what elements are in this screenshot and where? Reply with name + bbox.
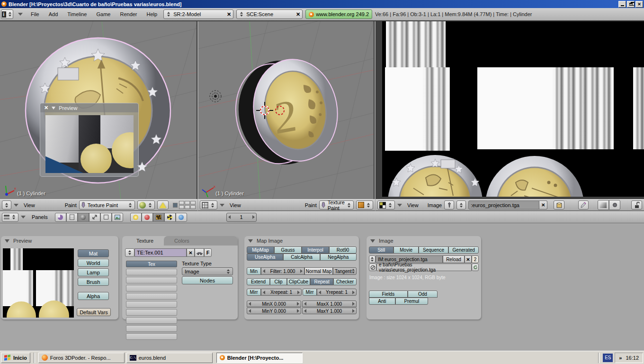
still-toggle[interactable]: Still	[369, 246, 394, 254]
world-buttons-button[interactable]	[176, 213, 187, 222]
vp1-layer-buttons[interactable]	[173, 201, 196, 209]
material-buttons-button[interactable]	[142, 213, 153, 222]
record-button[interactable]	[609, 200, 620, 210]
layer-grid[interactable]	[179, 201, 196, 209]
rot90-toggle[interactable]: Rot90	[329, 246, 357, 254]
screen-selector[interactable]: SR:2-Model ✕	[163, 9, 233, 19]
buttons-page-stepper[interactable]: 1	[226, 213, 257, 222]
vp1-menu-collapse-icon[interactable]	[14, 204, 18, 207]
lock-button[interactable]	[631, 200, 642, 209]
viewport-3d-center[interactable]: 2 x (1 ) Cylinder	[198, 21, 375, 199]
img-image-menu[interactable]: Image	[428, 202, 442, 208]
texture-type-dropdown[interactable]: Image	[182, 267, 233, 275]
vp2-draw-type-dropdown[interactable]	[356, 200, 373, 209]
buttons-menu-collapse-icon[interactable]	[21, 216, 26, 218]
texture-slot-active[interactable]: Tex	[126, 261, 177, 267]
shading-context-button[interactable]	[78, 213, 89, 222]
preview-default-vars-button[interactable]: Default Vars	[77, 308, 111, 316]
vp1-mode-selector[interactable]: Texture Paint	[79, 200, 135, 209]
menu-game[interactable]: Game	[93, 11, 114, 17]
img-path-field[interactable]: e baño\Pruebas varias\euros_projection.t…	[376, 264, 472, 271]
tray-expand-icon[interactable]: »	[619, 355, 622, 361]
window-type-button[interactable]: i	[1, 9, 13, 19]
normal-map-toggle[interactable]: Normal Map	[304, 267, 333, 275]
logic-context-button[interactable]	[55, 213, 66, 222]
tex-fake-user-button[interactable]: F	[204, 248, 212, 257]
map-image-collapse-icon[interactable]	[248, 239, 253, 243]
object-context-button[interactable]	[89, 213, 100, 222]
vp2-menu-collapse-icon[interactable]	[220, 204, 224, 207]
preview-float-close-icon[interactable]: ✕	[44, 105, 48, 111]
editing-context-button[interactable]	[100, 213, 112, 222]
filter-slider[interactable]: Filter: 1.000	[261, 267, 304, 275]
language-indicator[interactable]: ES	[603, 354, 613, 362]
image-unlink-button[interactable]: ✕	[539, 200, 547, 209]
clipcube-toggle[interactable]: ClipCube	[287, 278, 310, 285]
pin-button[interactable]	[444, 200, 454, 209]
preview-lamp-button[interactable]: Lamp	[78, 268, 109, 276]
refresh-button[interactable]	[472, 264, 479, 271]
image-panel-header[interactable]: Image	[367, 236, 481, 246]
uv-image-editor[interactable]	[376, 21, 644, 199]
image-datablock-field[interactable]: :euros_projection.tga	[468, 200, 539, 209]
vp1-view-menu[interactable]: View	[24, 202, 35, 208]
xrepeat-stepper[interactable]: Xrepeat: 1	[261, 289, 302, 296]
preview-mat-button[interactable]: Mat	[78, 249, 109, 257]
vp2-view-menu[interactable]: View	[230, 202, 241, 208]
menu-file[interactable]: File	[27, 11, 43, 17]
tab-colors[interactable]: Colors	[164, 236, 238, 246]
vp1-matball-dropdown[interactable]	[137, 200, 155, 209]
img-users-button[interactable]: 2	[472, 255, 479, 263]
nodes-button[interactable]: Nodes	[182, 276, 233, 284]
mipmap-toggle[interactable]: MipMap	[247, 246, 274, 254]
close-button[interactable]: ✕	[635, 1, 643, 8]
preview-float-header[interactable]: ✕ Preview	[40, 103, 138, 112]
buttons-window-type[interactable]	[2, 213, 18, 222]
preview-world-button[interactable]: World	[78, 259, 109, 267]
viewport-3d-left[interactable]: ✕ Preview x (1 ) Cylinder	[0, 21, 197, 199]
task-blender[interactable]: Blender [H:\Proyecto...	[216, 353, 303, 363]
img-datablock-stepper[interactable]	[456, 200, 466, 209]
sequence-toggle[interactable]: Sequence	[419, 246, 449, 254]
yrepeat-stepper[interactable]: Yrepeat: 1	[317, 289, 357, 296]
tab-texture[interactable]: Texture	[126, 236, 164, 246]
minimize-button[interactable]	[618, 1, 626, 8]
tex-unlink-button[interactable]: ✕	[187, 248, 195, 257]
task-firefox[interactable]: Foros 3DPoder. - Respo...	[38, 353, 125, 363]
anti-toggle[interactable]: Anti	[369, 298, 395, 305]
mirr-x-toggle[interactable]: Mirr	[247, 289, 261, 296]
img-db-stepper[interactable]	[369, 255, 376, 263]
start-button[interactable]: Inicio	[1, 353, 30, 363]
scene-selector[interactable]: SCE:Scene ✕	[236, 9, 303, 19]
maxy-field[interactable]: MaxY 1.000	[302, 308, 357, 314]
radiosity-buttons-button[interactable]	[164, 213, 176, 222]
usealpha-toggle[interactable]: UseAlpha	[247, 254, 283, 261]
premul-toggle[interactable]: Premul	[395, 298, 428, 305]
calcalpha-toggle[interactable]: CalcAlpha	[283, 254, 320, 261]
repeat-toggle[interactable]: Repeat	[310, 278, 333, 285]
movie-toggle[interactable]: Movie	[394, 246, 418, 254]
menu-timeline[interactable]: Timeline	[64, 11, 90, 17]
menu-add[interactable]: Add	[45, 11, 62, 17]
vp2-mode-selector[interactable]: Texture Paint	[319, 200, 354, 209]
vp1-window-type-button[interactable]	[2, 200, 11, 209]
minx-field[interactable]: MinX 0.000	[247, 300, 301, 307]
tex-autoname-button[interactable]	[195, 248, 204, 257]
lamp-buttons-button[interactable]	[130, 213, 142, 222]
tex-datablock-stepper[interactable]	[125, 248, 134, 257]
img-view-menu[interactable]: View	[407, 202, 419, 208]
vp2-window-type-button[interactable]	[200, 200, 217, 209]
menu-render[interactable]: Render	[116, 11, 140, 17]
tangent-dropdown[interactable]: Tangent	[333, 267, 357, 275]
preview-alpha-button[interactable]: Alpha	[78, 292, 109, 300]
header-collapse-icon[interactable]	[18, 13, 23, 16]
preview-brush-button[interactable]: Brush	[78, 278, 109, 286]
preview-float-collapse-icon[interactable]	[52, 107, 55, 109]
odd-toggle[interactable]: Odd	[408, 291, 438, 298]
img-window-type-button[interactable]	[377, 200, 395, 209]
preview-collapse-icon[interactable]	[5, 239, 9, 243]
paint-toggle-button[interactable]	[578, 200, 589, 209]
clip-toggle[interactable]: Clip	[270, 278, 287, 285]
realtime-props-button[interactable]	[554, 200, 564, 209]
fields-toggle[interactable]: Fields	[369, 291, 408, 298]
